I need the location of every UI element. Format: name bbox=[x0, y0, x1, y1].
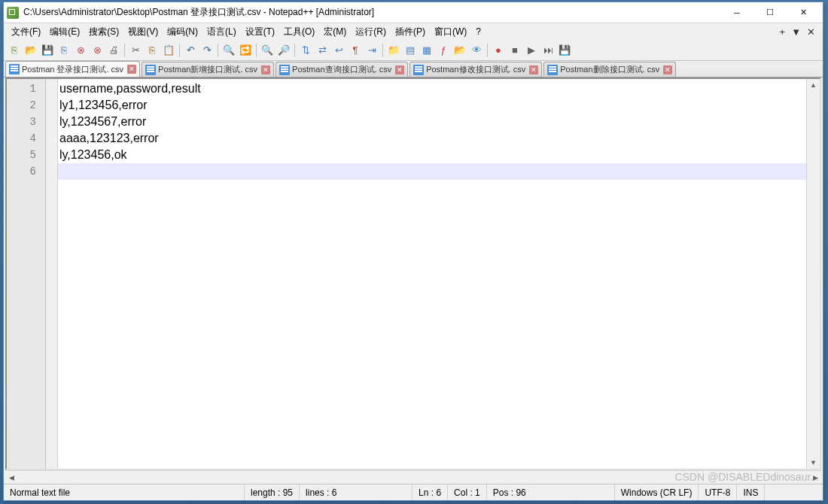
close-button[interactable]: ✕ bbox=[787, 2, 820, 23]
doc-list-icon[interactable]: ▦ bbox=[419, 43, 434, 58]
status-mode: INS bbox=[737, 484, 765, 500]
scroll-left-icon[interactable]: ◀ bbox=[5, 471, 17, 484]
tabbar: Postman 登录接口测试. csv ✕ Postman新增接口测试. csv… bbox=[4, 61, 823, 77]
tab-label: Postman修改接口测试. csv bbox=[426, 64, 525, 75]
scroll-up-icon[interactable]: ▲ bbox=[807, 79, 820, 91]
tab-label: Postman新增接口测试. csv bbox=[158, 64, 257, 75]
line-num: 1 bbox=[7, 80, 45, 97]
vertical-scrollbar[interactable]: ▲ ▼ bbox=[806, 79, 820, 469]
save-icon[interactable]: 💾 bbox=[40, 43, 55, 58]
paste-icon[interactable]: 📋 bbox=[161, 43, 176, 58]
horizontal-scrollbar[interactable]: ◀ ▶ bbox=[5, 470, 821, 484]
open-file-icon[interactable]: 📂 bbox=[23, 43, 38, 58]
close-file-icon[interactable]: ⊗ bbox=[73, 43, 88, 58]
menu-run[interactable]: 运行(R) bbox=[351, 24, 391, 40]
tab-label: Postman 登录接口测试. csv bbox=[22, 64, 123, 75]
folder-workspace-icon[interactable]: 📂 bbox=[452, 43, 467, 58]
tab-close-icon[interactable]: ✕ bbox=[395, 65, 404, 74]
maximize-button[interactable]: ☐ bbox=[753, 2, 787, 23]
tab-label: Postman删除接口测试. csv bbox=[560, 64, 659, 75]
line-num: 5 bbox=[7, 147, 45, 163]
monitor-icon[interactable]: 👁 bbox=[469, 43, 484, 58]
toolbar: ⎘ 📂 💾 ⎘ ⊗ ⊗ 🖨 ✂ ⎘ 📋 ↶ ↷ 🔍 🔁 🔍 🔎 ⇅ ⇄ ↩ ¶ … bbox=[4, 40, 823, 61]
scroll-right-icon[interactable]: ▶ bbox=[809, 471, 821, 484]
new-file-icon[interactable]: ⎘ bbox=[7, 43, 22, 58]
file-icon bbox=[9, 64, 20, 74]
status-file-type: Normal text file bbox=[4, 484, 245, 500]
tab-close-icon[interactable]: ✕ bbox=[529, 65, 538, 74]
func-list-icon[interactable]: ƒ bbox=[436, 43, 451, 58]
indent-icon[interactable]: ⇥ bbox=[364, 43, 379, 58]
tab-0[interactable]: Postman 登录接口测试. csv ✕ bbox=[5, 61, 140, 77]
play-icon[interactable]: ▶ bbox=[524, 43, 539, 58]
line-number-gutter: 1 2 3 4 5 6 bbox=[7, 79, 46, 469]
menu-encoding[interactable]: 编码(N) bbox=[163, 24, 202, 40]
window-controls: ─ ☐ ✕ bbox=[720, 2, 820, 23]
line-num: 2 bbox=[7, 97, 45, 114]
doc-map-icon[interactable]: ▤ bbox=[403, 43, 418, 58]
line-num: 6 bbox=[7, 163, 45, 180]
menu-language[interactable]: 语言(L) bbox=[202, 24, 241, 40]
status-ln: Ln : 6 bbox=[412, 484, 448, 500]
tab-1[interactable]: Postman新增接口测试. csv ✕ bbox=[142, 62, 274, 77]
allchars-icon[interactable]: ¶ bbox=[348, 43, 363, 58]
print-icon[interactable]: 🖨 bbox=[106, 43, 121, 58]
tab-close-icon[interactable]: ✕ bbox=[663, 65, 672, 74]
status-encoding: UTF-8 bbox=[699, 484, 737, 500]
dropdown-icon[interactable]: ▼ bbox=[791, 26, 801, 38]
stop-icon[interactable]: ■ bbox=[507, 43, 522, 58]
find-icon[interactable]: 🔍 bbox=[221, 43, 236, 58]
menu-view[interactable]: 视图(V) bbox=[123, 24, 163, 40]
cut-icon[interactable]: ✂ bbox=[128, 43, 143, 58]
fold-margin bbox=[46, 79, 58, 469]
file-icon bbox=[413, 65, 424, 75]
replace-icon[interactable]: 🔁 bbox=[238, 43, 253, 58]
menu-plugins[interactable]: 插件(P) bbox=[391, 24, 430, 40]
line-num: 3 bbox=[7, 114, 45, 130]
folder-icon[interactable]: 📁 bbox=[386, 43, 401, 58]
zoom-out-icon[interactable]: 🔎 bbox=[276, 43, 291, 58]
menu-tools[interactable]: 工具(O) bbox=[279, 24, 319, 40]
line-num: 4 bbox=[7, 130, 45, 147]
zoom-in-icon[interactable]: 🔍 bbox=[260, 43, 275, 58]
plus-icon[interactable]: + bbox=[780, 26, 786, 38]
menu-help[interactable]: ? bbox=[471, 25, 486, 38]
undo-icon[interactable]: ↶ bbox=[183, 43, 198, 58]
app-icon bbox=[7, 7, 19, 19]
text-editor[interactable]: username,password,result ly1,123456,erro… bbox=[58, 79, 806, 469]
sync-h-icon[interactable]: ⇄ bbox=[315, 43, 330, 58]
play-multi-icon[interactable]: ⏭ bbox=[540, 43, 556, 58]
tab-close-icon[interactable]: ✕ bbox=[261, 65, 270, 74]
titlebar: C:\Users\Administrator\Desktop\Postman 登… bbox=[4, 2, 823, 23]
wordwrap-icon[interactable]: ↩ bbox=[331, 43, 346, 58]
tab-3[interactable]: Postman修改接口测试. csv ✕ bbox=[409, 62, 542, 77]
menu-file[interactable]: 文件(F) bbox=[7, 24, 45, 40]
status-pos: Pos : 96 bbox=[487, 484, 615, 500]
menu-search[interactable]: 搜索(S) bbox=[84, 24, 123, 40]
menu-window[interactable]: 窗口(W) bbox=[430, 24, 471, 40]
tab-close-icon[interactable]: ✕ bbox=[127, 65, 136, 74]
save-macro-icon[interactable]: 💾 bbox=[557, 43, 572, 58]
tab-4[interactable]: Postman删除接口测试. csv ✕ bbox=[543, 62, 676, 77]
menu-settings[interactable]: 设置(T) bbox=[241, 24, 279, 40]
close-menu-icon[interactable]: ✕ bbox=[807, 26, 815, 38]
file-icon bbox=[547, 65, 558, 75]
save-all-icon[interactable]: ⎘ bbox=[56, 43, 72, 58]
scroll-down-icon[interactable]: ▼ bbox=[807, 457, 820, 469]
file-icon bbox=[279, 65, 290, 75]
menu-macro[interactable]: 宏(M) bbox=[319, 24, 351, 40]
status-eol: Windows (CR LF) bbox=[615, 484, 699, 500]
menu-edit[interactable]: 编辑(E) bbox=[45, 24, 84, 40]
sync-v-icon[interactable]: ⇅ bbox=[298, 43, 313, 58]
status-lines: lines : 6 bbox=[300, 484, 412, 500]
status-length: length : 95 bbox=[245, 484, 300, 500]
close-all-icon[interactable]: ⊗ bbox=[90, 43, 105, 58]
minimize-button[interactable]: ─ bbox=[720, 2, 753, 23]
redo-icon[interactable]: ↷ bbox=[199, 43, 215, 58]
copy-icon[interactable]: ⎘ bbox=[145, 43, 160, 58]
record-icon[interactable]: ● bbox=[491, 43, 506, 58]
window-title: C:\Users\Administrator\Desktop\Postman 登… bbox=[23, 6, 720, 19]
statusbar: Normal text file length : 95 lines : 6 L… bbox=[4, 484, 823, 500]
tab-2[interactable]: Postman查询接口测试. csv ✕ bbox=[275, 62, 408, 77]
tab-label: Postman查询接口测试. csv bbox=[292, 64, 391, 75]
